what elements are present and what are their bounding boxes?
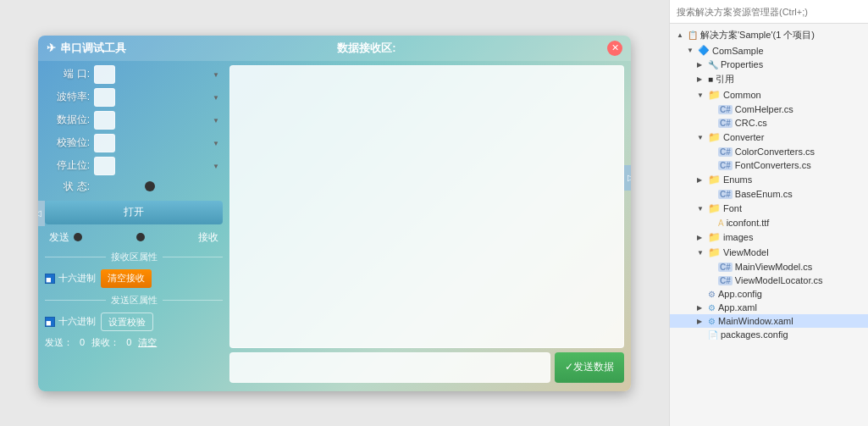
packages-label: packages.config	[721, 329, 788, 340]
sidebar-item-common[interactable]: ▼ 📁 Common	[670, 87, 868, 102]
stats-clear-link[interactable]: 清空	[138, 336, 157, 349]
images-folder-icon: 📁	[708, 231, 721, 243]
parity-label: 校验位:	[45, 136, 94, 150]
sidebar-item-mainwindow[interactable]: ▶ ⚙ MainWindow.xaml	[670, 314, 868, 328]
font-folder-icon: 📁	[708, 202, 721, 214]
sidebar-item-properties[interactable]: ▶ 🔧 Properties	[670, 58, 868, 71]
stats-send-label: 发送：	[45, 336, 73, 349]
divider-line-left2	[45, 300, 106, 301]
clear-recv-button[interactable]: 清空接收	[101, 269, 152, 288]
hex-send-checkbox-label[interactable]: ■ 十六进制	[45, 315, 96, 328]
sidebar-search-bar	[670, 0, 868, 24]
expand-icon-appxaml: ▶	[697, 304, 705, 312]
databits-label: 数据位:	[45, 113, 94, 127]
mainwindow-icon: ⚙	[708, 317, 716, 326]
stats-row: 发送： 0 接收： 0 清空	[45, 335, 223, 351]
viewmodellocator-label: ViewModelLocator.cs	[735, 275, 823, 285]
hex-recv-checkbox-label[interactable]: ■ 十六进制	[45, 272, 96, 285]
status-row: 状 态:	[45, 180, 223, 194]
parity-row: 校验位:	[45, 134, 223, 152]
appxaml-label: App.xaml	[718, 302, 757, 313]
sidebar-item-viewmodel[interactable]: ▼ 📁 ViewModel	[670, 245, 868, 260]
sidebar-item-solution[interactable]: ▲ 📋 解决方案'Sample'(1 个项目)	[670, 27, 868, 43]
mainviewmodel-label: MainViewModel.cs	[735, 262, 813, 272]
ref-icon: ■	[708, 75, 713, 84]
set-check-button[interactable]: 设置校验	[101, 313, 153, 331]
sidebar-item-converter[interactable]: ▼ 📁 Converter	[670, 130, 868, 145]
sidebar-item-packages[interactable]: 📄 packages.config	[670, 328, 868, 341]
send-input[interactable]	[229, 352, 550, 383]
fontconverters-label: FontConverters.cs	[735, 160, 811, 170]
databits-select[interactable]	[94, 111, 115, 130]
solution-label: 解决方案'Sample'(1 个项目)	[700, 29, 815, 41]
send-data-button[interactable]: ✓发送数据	[555, 352, 624, 383]
stats-recv-value: 0	[126, 337, 131, 347]
close-button[interactable]: ✕	[607, 41, 622, 56]
sidebar-item-crc[interactable]: C# CRC.cs	[670, 116, 868, 130]
fontconverters-cs-icon: C#	[718, 161, 733, 170]
sidebar-item-viewmodellocator[interactable]: C# ViewModelLocator.cs	[670, 274, 868, 287]
databits-row: 数据位:	[45, 111, 223, 130]
serial-tool-window: ◁ ▷ ✈ 串口调试工具 数据接收区: ✕ 端 口:	[38, 36, 631, 391]
crc-cs-icon: C#	[718, 119, 733, 128]
send-label: 发送	[49, 230, 69, 245]
stopbits-select-wrapper	[94, 157, 223, 175]
recv-dot	[136, 233, 145, 241]
sidebar-item-project[interactable]: ▼ 🔷 ComSample	[670, 43, 868, 58]
resize-handle-right[interactable]: ▷	[624, 165, 631, 191]
crc-label: CRC.cs	[735, 118, 767, 128]
parity-select[interactable]	[94, 134, 115, 152]
sidebar-item-enums[interactable]: ▶ 📁 Enums	[670, 172, 868, 187]
recv-options-row: ■ 十六进制 清空接收	[45, 268, 223, 290]
tool-icon: ✈	[47, 41, 56, 54]
open-btn-row: 打开	[45, 201, 223, 224]
sidebar-item-references[interactable]: ▶ ■ 引用	[670, 71, 868, 87]
sidebar-item-comhelper[interactable]: C# ComHelper.cs	[670, 102, 868, 116]
collapse-handle-left[interactable]: ◁	[38, 201, 45, 226]
font-label: Font	[723, 203, 742, 213]
converter-label: Converter	[723, 132, 764, 142]
parity-select-wrapper	[94, 134, 223, 152]
stopbits-row: 停止位:	[45, 157, 223, 175]
tool-title-text: 串口调试工具	[60, 41, 126, 56]
recv-section-label: 接收区属性	[106, 251, 163, 263]
sidebar-item-font[interactable]: ▼ 📁 Font	[670, 201, 868, 216]
stopbits-label: 停止位:	[45, 158, 94, 173]
send-dot	[74, 233, 82, 241]
viewmodel-label: ViewModel	[723, 247, 769, 257]
stopbits-select[interactable]	[94, 157, 115, 175]
colorconverters-cs-icon: C#	[718, 147, 733, 157]
sidebar-item-appxaml[interactable]: ▶ ⚙ App.xaml	[670, 301, 868, 314]
baseenum-label: BaseEnum.cs	[735, 189, 793, 199]
iconfont-label: iconfont.ttf	[727, 218, 770, 228]
sidebar-item-images[interactable]: ▶ 📁 images	[670, 230, 868, 245]
stats-recv-label: 接收：	[91, 336, 119, 349]
sidebar-item-mainviewmodel[interactable]: C# MainViewModel.cs	[670, 260, 868, 274]
divider-line-right	[163, 257, 224, 257]
send-section-divider: 发送区属性	[45, 294, 223, 307]
project-label: ComSample	[712, 46, 764, 56]
appconfig-icon: ⚙	[708, 290, 716, 299]
baud-select-wrapper	[94, 88, 223, 107]
port-select[interactable]	[94, 65, 115, 84]
baud-select[interactable]	[94, 88, 115, 107]
sidebar-item-iconfont[interactable]: A iconfont.ttf	[670, 216, 868, 230]
expand-icon-images: ▶	[697, 234, 705, 241]
expand-icon-font: ▼	[697, 205, 705, 213]
sidebar-search-input[interactable]	[677, 7, 861, 17]
open-port-button[interactable]: 打开	[45, 201, 223, 224]
recv-label-text: 接收	[198, 230, 218, 245]
images-label: images	[723, 232, 753, 242]
expand-icon-converter: ▼	[697, 134, 705, 141]
recv-textarea[interactable]	[229, 65, 624, 348]
serial-tool-header: ✈ 串口调试工具 数据接收区: ✕	[38, 36, 631, 61]
sidebar-tree: ▲ 📋 解决方案'Sample'(1 个项目) ▼ 🔷 ComSample ▶ …	[670, 24, 868, 426]
send-section-label: 发送区属性	[106, 294, 163, 307]
sidebar-item-appconfig[interactable]: ⚙ App.config	[670, 287, 868, 301]
sidebar-item-fontconverters[interactable]: C# FontConverters.cs	[670, 158, 868, 172]
sidebar-item-baseenum[interactable]: C# BaseEnum.cs	[670, 187, 868, 201]
sidebar-item-colorconverters[interactable]: C# ColorConverters.cs	[670, 145, 868, 158]
mainwindow-label: MainWindow.xaml	[718, 316, 793, 326]
properties-icon: 🔧	[708, 60, 718, 69]
serial-tool-title: ✈ 串口调试工具	[47, 41, 126, 56]
